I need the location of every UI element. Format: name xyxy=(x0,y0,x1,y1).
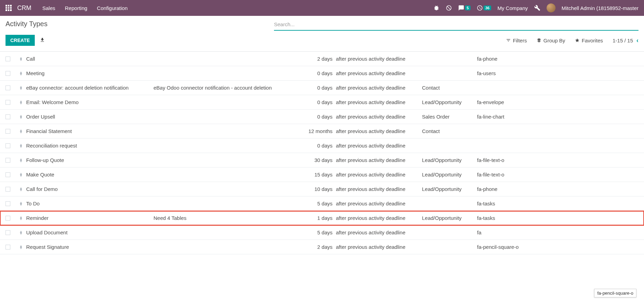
cell-icon: fa-envelope xyxy=(477,99,638,105)
drag-handle-icon[interactable]: ▲▼ xyxy=(16,231,26,235)
cell-name: Meeting xyxy=(26,70,154,76)
groupby-label: Group By xyxy=(543,38,565,43)
cell-delay: 2 days xyxy=(298,56,336,62)
activities-icon[interactable]: 36 xyxy=(477,5,491,11)
messages-badge: 5 xyxy=(465,6,471,10)
cell-name: Reminder xyxy=(26,215,154,221)
drag-handle-icon[interactable]: ▲▼ xyxy=(16,86,26,90)
cell-model: Lead/Opportunity xyxy=(422,157,477,163)
tools-icon[interactable] xyxy=(534,5,540,11)
row-checkbox[interactable] xyxy=(6,201,10,206)
row-checkbox[interactable] xyxy=(6,187,10,192)
row-checkbox[interactable] xyxy=(6,172,10,177)
user-menu[interactable]: Mitchell Admin (18158952-master xyxy=(562,5,638,11)
list-view: ▲▼Call2 daysafter previous activity dead… xyxy=(0,51,644,254)
import-icon[interactable] xyxy=(40,37,45,44)
row-checkbox[interactable] xyxy=(6,245,10,250)
cell-model: Lead/Opportunity xyxy=(422,186,477,192)
pager-text: 1-15 / 15 xyxy=(613,38,633,43)
table-row[interactable]: ▲▼Make Quote15 daysafter previous activi… xyxy=(0,167,644,182)
cell-icon: fa-pencil-square-o xyxy=(477,244,638,250)
row-checkbox-cell xyxy=(6,143,16,148)
filters-label: Filters xyxy=(513,38,527,43)
row-checkbox[interactable] xyxy=(6,85,10,90)
drag-handle-icon[interactable]: ▲▼ xyxy=(16,71,26,75)
row-checkbox[interactable] xyxy=(6,114,10,119)
cell-delay: 0 days xyxy=(298,99,336,105)
cell-delay: 0 days xyxy=(298,70,336,76)
drag-handle-icon[interactable]: ▲▼ xyxy=(16,57,26,61)
cell-delay: 1 days xyxy=(298,215,336,221)
page-title: Activity Types xyxy=(6,20,274,28)
row-checkbox[interactable] xyxy=(6,143,10,148)
row-checkbox[interactable] xyxy=(6,71,10,76)
app-brand[interactable]: CRM xyxy=(17,4,31,12)
drag-handle-icon[interactable]: ▲▼ xyxy=(16,115,26,119)
row-checkbox[interactable] xyxy=(6,100,10,105)
table-row[interactable]: ▲▼Email: Welcome Demo0 daysafter previou… xyxy=(0,95,644,110)
cell-icon: fa-line-chart xyxy=(477,114,638,120)
row-checkbox[interactable] xyxy=(6,216,10,221)
pager-prev[interactable]: ‹ xyxy=(636,37,638,44)
pager: 1-15 / 15 ‹ xyxy=(613,37,638,44)
cell-delay-from: after previous activity deadline xyxy=(336,56,422,62)
cell-delay-from: after previous activity deadline xyxy=(336,114,422,120)
drag-handle-icon[interactable]: ▲▼ xyxy=(16,187,26,191)
table-row[interactable]: ▲▼Order Upsell0 daysafter previous activ… xyxy=(0,110,644,124)
cell-name: Call for Demo xyxy=(26,186,154,192)
company-switcher[interactable]: My Company xyxy=(497,5,528,11)
table-row[interactable]: ▲▼Financial Statement12 monthsafter prev… xyxy=(0,124,644,139)
search-input[interactable] xyxy=(274,20,638,29)
drag-handle-icon[interactable]: ▲▼ xyxy=(16,245,26,249)
messages-icon[interactable]: 5 xyxy=(458,5,471,11)
row-checkbox[interactable] xyxy=(6,57,10,61)
drag-handle-icon[interactable]: ▲▼ xyxy=(16,129,26,133)
table-row[interactable]: ▲▼Reconciliation request0 daysafter prev… xyxy=(0,139,644,153)
drag-handle-icon[interactable]: ▲▼ xyxy=(16,173,26,177)
cell-delay: 0 days xyxy=(298,143,336,149)
row-checkbox-cell xyxy=(6,57,16,61)
row-checkbox[interactable] xyxy=(6,158,10,163)
cell-name: Call xyxy=(26,56,154,62)
drag-handle-icon[interactable]: ▲▼ xyxy=(16,216,26,220)
star-icon xyxy=(575,38,580,43)
row-checkbox-cell xyxy=(6,187,16,192)
favorites-button[interactable]: Favorites xyxy=(575,38,603,43)
table-row[interactable]: ▲▼Call for Demo10 daysafter previous act… xyxy=(0,182,644,196)
row-checkbox-cell xyxy=(6,201,16,206)
menu-sales[interactable]: Sales xyxy=(42,5,55,11)
menu-reporting[interactable]: Reporting xyxy=(65,5,87,11)
table-row[interactable]: ▲▼Call2 daysafter previous activity dead… xyxy=(0,52,644,66)
cell-delay-from: after previous activity deadline xyxy=(336,128,422,134)
drag-handle-icon[interactable]: ▲▼ xyxy=(16,144,26,148)
apps-icon[interactable] xyxy=(6,5,12,11)
drag-handle-icon[interactable]: ▲▼ xyxy=(16,100,26,104)
create-button[interactable]: Create xyxy=(6,35,35,46)
cell-name: Follow-up Quote xyxy=(26,157,154,163)
table-row[interactable]: ▲▼Meeting0 daysafter previous activity d… xyxy=(0,66,644,81)
cell-delay: 15 days xyxy=(298,172,336,177)
support-icon[interactable] xyxy=(446,5,452,11)
row-checkbox[interactable] xyxy=(6,129,10,134)
filters-button[interactable]: Filters xyxy=(506,38,527,43)
user-avatar[interactable] xyxy=(547,3,556,12)
control-panel: Activity Types Create Filters Group By F… xyxy=(0,16,644,49)
cell-summary: Need 4 Tables xyxy=(154,215,298,221)
row-checkbox[interactable] xyxy=(6,230,10,235)
cell-model: Sales Order xyxy=(422,114,477,120)
menu-configuration[interactable]: Configuration xyxy=(97,5,128,11)
drag-handle-icon[interactable]: ▲▼ xyxy=(16,158,26,162)
cell-icon: fa-file-text-o xyxy=(477,157,638,163)
groupby-button[interactable]: Group By xyxy=(537,38,565,43)
table-row[interactable]: ▲▼Upload Document5 daysafter previous ac… xyxy=(0,225,644,240)
bug-icon[interactable] xyxy=(433,5,440,11)
table-row[interactable]: ▲▼eBay connector: account deletion notif… xyxy=(0,81,644,95)
cell-model: Contact xyxy=(422,85,477,91)
cell-delay-from: after previous activity deadline xyxy=(336,143,422,149)
cell-name: Request Signature xyxy=(26,244,154,250)
table-row[interactable]: ▲▼Request Signature2 daysafter previous … xyxy=(0,240,644,254)
table-row[interactable]: ▲▼To Do5 daysafter previous activity dea… xyxy=(0,196,644,211)
table-row[interactable]: ▲▼Follow-up Quote30 daysafter previous a… xyxy=(0,153,644,167)
table-row[interactable]: ▲▼ReminderNeed 4 Tables1 daysafter previ… xyxy=(0,211,644,225)
drag-handle-icon[interactable]: ▲▼ xyxy=(16,202,26,206)
